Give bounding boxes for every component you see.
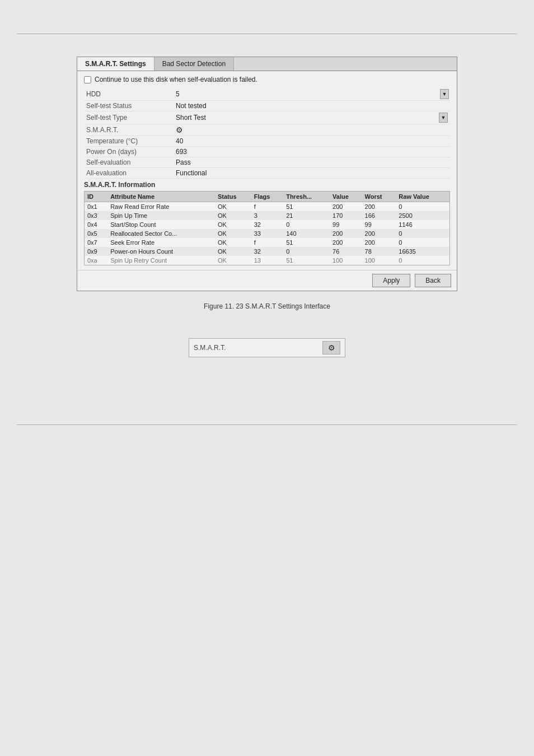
attr-table-body: 0x1Raw Read Error RateOKf5120020000x3Spi…	[85, 202, 449, 265]
self-test-type-dropdown[interactable]: ▼	[439, 113, 448, 123]
self-test-type-value: Short Test	[176, 114, 439, 122]
cell-raw: 0	[396, 229, 449, 238]
cell-id: 0x5	[85, 229, 107, 238]
cell-thresh: 51	[283, 202, 330, 212]
continue-use-checkbox-row: Continue to use this disk when self-eval…	[84, 76, 450, 83]
col-worst: Worst	[362, 192, 396, 202]
cell-flags: 33	[251, 229, 283, 238]
cell-value: 170	[330, 211, 362, 220]
cell-status: OK	[215, 256, 251, 265]
cell-worst: 99	[362, 220, 396, 229]
self-test-status-row: Self-test Status Not tested	[84, 101, 450, 111]
figure-caption: Figure 11. 23 S.M.A.R.T Settings Interfa…	[204, 302, 330, 310]
table-row: 0x1Raw Read Error RateOKf512002000	[85, 202, 449, 212]
hdd-row: HDD 5 ▼	[84, 88, 450, 101]
cell-status: OK	[215, 247, 251, 256]
cell-name: Raw Read Error Rate	[107, 202, 215, 212]
cell-status: OK	[215, 211, 251, 220]
cell-raw: 0	[396, 256, 449, 265]
bottom-divider	[17, 424, 517, 425]
cell-worst: 200	[362, 229, 396, 238]
cell-value: 99	[330, 220, 362, 229]
cell-raw: 0	[396, 238, 449, 247]
table-row: 0x7Seek Error RateOKf512002000	[85, 238, 449, 247]
col-raw: Raw Value	[396, 192, 449, 202]
cell-thresh: 51	[283, 256, 330, 265]
cell-raw: 1146	[396, 220, 449, 229]
hdd-value-wrap: 5 ▼	[174, 89, 450, 99]
cell-name: Start/Stop Count	[107, 220, 215, 229]
power-on-label: Power On (days)	[86, 148, 176, 156]
cell-name: Reallocated Sector Co...	[107, 229, 215, 238]
cell-name: Seek Error Rate	[107, 238, 215, 247]
all-eval-label: All-evaluation	[86, 169, 176, 177]
cell-value: 200	[330, 229, 362, 238]
temperature-value: 40	[176, 137, 183, 145]
smart-info-section-label: S.M.A.R.T. Information	[84, 179, 450, 190]
cell-id: 0x9	[85, 247, 107, 256]
cell-value: 200	[330, 202, 362, 212]
cell-status: OK	[215, 220, 251, 229]
smart-tabs: S.M.A.R.T. Settings Bad Sector Detection	[77, 57, 457, 71]
table-row: 0xaSpin Up Retry CountOK13511001000	[85, 256, 449, 265]
cell-thresh: 21	[283, 211, 330, 220]
bottom-smart-panel: S.M.A.R.T. ⚙	[189, 338, 345, 357]
temperature-label: Temperature (°C)	[86, 137, 176, 145]
tab-bad-sector[interactable]: Bad Sector Detection	[154, 57, 234, 71]
col-flags: Flags	[251, 192, 283, 202]
col-id: ID	[85, 192, 107, 202]
cell-worst: 78	[362, 247, 396, 256]
attr-table-wrapper[interactable]: ID Attribute Name Status Flags Thresh...…	[84, 191, 450, 265]
back-button[interactable]: Back	[415, 274, 451, 287]
col-status: Status	[215, 192, 251, 202]
table-row: 0x5Reallocated Sector Co...OK33140200200…	[85, 229, 449, 238]
cell-thresh: 0	[283, 247, 330, 256]
temperature-row: Temperature (°C) 40	[84, 136, 450, 147]
attr-table-header: ID Attribute Name Status Flags Thresh...…	[85, 192, 449, 202]
cell-value: 100	[330, 256, 362, 265]
power-on-row: Power On (days) 693	[84, 147, 450, 157]
cell-thresh: 51	[283, 238, 330, 247]
hdd-value: 5	[174, 90, 440, 99]
cell-id: 0x1	[85, 202, 107, 212]
self-test-status-value: Not tested	[176, 102, 207, 110]
self-test-status-label: Self-test Status	[86, 102, 176, 110]
cell-flags: 13	[251, 256, 283, 265]
col-value: Value	[330, 192, 362, 202]
bottom-smart-gear-button[interactable]: ⚙	[322, 341, 340, 354]
self-eval-value: Pass	[176, 158, 191, 166]
cell-value: 76	[330, 247, 362, 256]
self-test-type-row: Self-test Type Short Test ▼	[84, 111, 450, 124]
cell-value: 200	[330, 238, 362, 247]
cell-id: 0x3	[85, 211, 107, 220]
smart-body: Continue to use this disk when self-eval…	[77, 71, 457, 270]
cell-status: OK	[215, 202, 251, 212]
cell-id: 0x4	[85, 220, 107, 229]
main-content: S.M.A.R.T. Settings Bad Sector Detection…	[0, 34, 534, 380]
continue-use-label: Continue to use this disk when self-eval…	[95, 76, 257, 83]
cell-worst: 166	[362, 211, 396, 220]
smart-dialog: S.M.A.R.T. Settings Bad Sector Detection…	[77, 57, 457, 291]
smart-gear-row: S.M.A.R.T. ⚙	[84, 124, 450, 136]
smart-row-label: S.M.A.R.T.	[86, 126, 176, 134]
smart-gear-icon[interactable]: ⚙	[176, 125, 183, 134]
tab-smart-settings[interactable]: S.M.A.R.T. Settings	[77, 57, 154, 71]
cell-name: Spin Up Retry Count	[107, 256, 215, 265]
all-eval-value: Functional	[176, 169, 207, 177]
apply-button[interactable]: Apply	[372, 274, 410, 287]
self-evaluation-row: Self-evaluation Pass	[84, 157, 450, 168]
self-test-type-label: Self-test Type	[86, 114, 176, 122]
cell-worst: 200	[362, 202, 396, 212]
continue-use-checkbox[interactable]	[84, 76, 91, 83]
dialog-footer: Apply Back	[77, 270, 457, 291]
cell-status: OK	[215, 238, 251, 247]
cell-name: Power-on Hours Count	[107, 247, 215, 256]
hdd-dropdown-button[interactable]: ▼	[440, 89, 449, 99]
self-test-type-select-wrap: Short Test ▼	[176, 113, 448, 123]
table-row: 0x3Spin Up TimeOK3211701662500	[85, 211, 449, 220]
self-eval-label: Self-evaluation	[86, 158, 176, 166]
cell-worst: 100	[362, 256, 396, 265]
attr-table-header-row: ID Attribute Name Status Flags Thresh...…	[85, 192, 449, 202]
power-on-value: 693	[176, 148, 187, 156]
attr-table: ID Attribute Name Status Flags Thresh...…	[85, 192, 449, 265]
